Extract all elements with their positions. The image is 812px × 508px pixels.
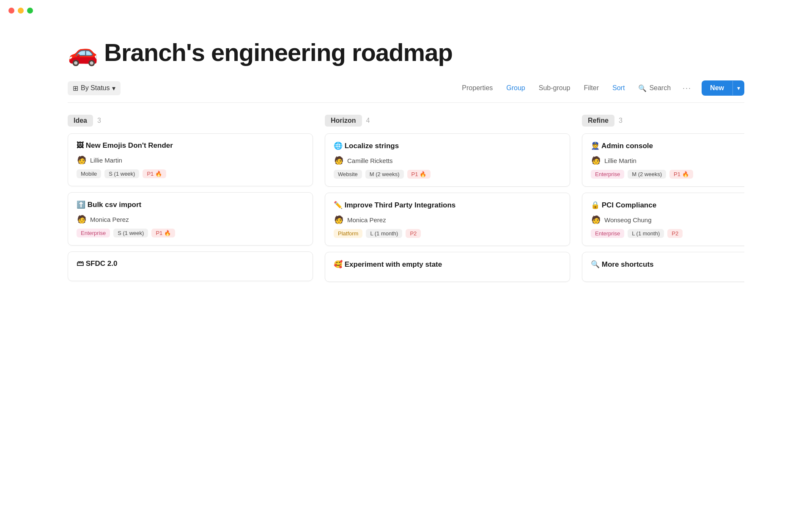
tag-p1[interactable]: P1 🔥 [143, 169, 166, 178]
group-by-button[interactable]: ⊞ By Status ▾ [68, 81, 121, 95]
card-person: 🧑Wonseog Chung [591, 215, 744, 225]
tag-p1[interactable]: P1 🔥 [669, 170, 693, 179]
minimize-button[interactable] [18, 8, 24, 14]
card-tags: EnterpriseM (2 weeks)P1 🔥 [591, 170, 744, 179]
card-title: ✏️ Improve Third Party Integrations [334, 201, 561, 210]
card-person: 🧑Monica Perez [334, 215, 561, 225]
person-name: Wonseog Chung [604, 216, 651, 224]
card-tags: WebsiteM (2 weeks)P1 🔥 [334, 170, 561, 179]
avatar: 🧑 [591, 155, 601, 166]
column-label-horizon[interactable]: Horizon [325, 115, 362, 127]
tag-p1[interactable]: P1 🔥 [151, 229, 175, 237]
list-item[interactable]: 🗃 SFDC 2.0 [68, 251, 313, 281]
list-item[interactable]: ✏️ Improve Third Party Integrations🧑Moni… [325, 193, 570, 246]
chevron-down-icon: ▾ [112, 84, 115, 92]
list-item[interactable]: 👮 Admin console🧑Lillie MartinEnterpriseM… [582, 133, 744, 187]
group-button[interactable]: Group [500, 81, 531, 95]
traffic-lights [0, 0, 812, 21]
board: Idea3🖼 New Emojis Don't Render🧑Lillie Ma… [68, 115, 744, 288]
properties-button[interactable]: Properties [456, 81, 499, 95]
subgroup-button[interactable]: Sub-group [533, 81, 576, 95]
page-content: 🚗 Branch's engineering roadmap ⊞ By Stat… [0, 38, 812, 288]
person-name: Lillie Martin [90, 157, 122, 164]
card-person: 🧑Camille Ricketts [334, 155, 561, 166]
tag-size[interactable]: M (2 weeks) [365, 170, 404, 179]
column-label-refine[interactable]: Refine [582, 115, 614, 127]
card-person: 🧑Lillie Martin [591, 155, 744, 166]
card-title: 👮 Admin console [591, 141, 744, 150]
list-item[interactable]: 🌐 Localize strings🧑Camille RickettsWebsi… [325, 133, 570, 187]
person-name: Monica Perez [347, 216, 386, 224]
card-tags: EnterpriseS (1 week)P1 🔥 [77, 229, 304, 237]
tag-size[interactable]: L (1 month) [628, 229, 664, 238]
grid-icon: ⊞ [73, 84, 78, 92]
card-title: 🗃 SFDC 2.0 [77, 260, 304, 268]
column-count-idea: 3 [97, 117, 101, 124]
tag-website[interactable]: Website [334, 170, 362, 179]
tag-size[interactable]: L (1 month) [366, 229, 402, 238]
avatar: 🧑 [334, 155, 344, 166]
toolbar: ⊞ By Status ▾ Properties Group Sub-group… [68, 80, 744, 103]
person-name: Camille Ricketts [347, 157, 393, 164]
search-button[interactable]: 🔍 Search [632, 81, 677, 95]
card-tags: PlatformL (1 month)P2 [334, 229, 561, 238]
column-count-horizon: 4 [366, 117, 370, 124]
list-item[interactable]: 🔒 PCI Compliance🧑Wonseog ChungEnterprise… [582, 193, 744, 246]
search-icon: 🔍 [638, 84, 647, 92]
avatar: 🧑 [591, 215, 601, 225]
tag-enterprise[interactable]: Enterprise [77, 229, 110, 237]
card-title: 🔒 PCI Compliance [591, 201, 744, 210]
tag-size[interactable]: M (2 weeks) [628, 170, 666, 179]
tag-p2[interactable]: P2 [667, 229, 683, 238]
tag-p1[interactable]: P1 🔥 [407, 170, 431, 179]
column-idea: Idea3🖼 New Emojis Don't Render🧑Lillie Ma… [68, 115, 313, 288]
card-title: 🖼 New Emojis Don't Render [77, 141, 304, 150]
avatar: 🧑 [77, 214, 87, 224]
page-title: 🚗 Branch's engineering roadmap [68, 38, 744, 67]
new-button-chevron[interactable]: ▾ [732, 81, 744, 95]
card-person: 🧑Monica Perez [77, 214, 304, 224]
new-button-label: New [702, 80, 732, 96]
card-title: ⬆️ Bulk csv import [77, 200, 304, 209]
list-item[interactable]: ⬆️ Bulk csv import🧑Monica PerezEnterpris… [68, 192, 313, 246]
person-name: Lillie Martin [604, 157, 636, 164]
new-button[interactable]: New ▾ [702, 80, 744, 96]
column-count-refine: 3 [619, 117, 623, 124]
card-title: 🌐 Localize strings [334, 141, 561, 150]
list-item[interactable]: 🥰 Experiment with empty state [325, 252, 570, 282]
column-header-horizon: Horizon4 [325, 115, 570, 127]
card-title: 🔍 More shortcuts [591, 260, 744, 269]
list-item[interactable]: 🔍 More shortcuts [582, 252, 744, 282]
tag-platform[interactable]: Platform [334, 229, 362, 238]
column-header-refine: Refine3 [582, 115, 744, 127]
person-name: Monica Perez [90, 216, 129, 223]
list-item[interactable]: 🖼 New Emojis Don't Render🧑Lillie MartinM… [68, 133, 313, 186]
avatar: 🧑 [77, 155, 87, 165]
filter-button[interactable]: Filter [578, 81, 605, 95]
avatar: 🧑 [334, 215, 344, 225]
card-tags: EnterpriseL (1 month)P2 [591, 229, 744, 238]
card-person: 🧑Lillie Martin [77, 155, 304, 165]
tag-p2[interactable]: P2 [406, 229, 421, 238]
search-label: Search [649, 84, 671, 92]
card-title: 🥰 Experiment with empty state [334, 260, 561, 269]
tag-enterprise[interactable]: Enterprise [591, 229, 624, 238]
sort-button[interactable]: Sort [606, 81, 631, 95]
column-label-idea[interactable]: Idea [68, 115, 93, 127]
group-by-label: By Status [81, 84, 110, 92]
fullscreen-button[interactable] [27, 8, 33, 14]
column-refine: Refine3👮 Admin console🧑Lillie MartinEnte… [582, 115, 744, 288]
column-horizon: Horizon4🌐 Localize strings🧑Camille Ricke… [325, 115, 570, 288]
tag-mobile[interactable]: Mobile [77, 169, 101, 178]
tag-size[interactable]: S (1 week) [104, 169, 139, 178]
tag-enterprise[interactable]: Enterprise [591, 170, 624, 179]
tag-size[interactable]: S (1 week) [113, 229, 148, 237]
card-tags: MobileS (1 week)P1 🔥 [77, 169, 304, 178]
column-header-idea: Idea3 [68, 115, 313, 127]
more-options-button[interactable]: ··· [678, 81, 696, 96]
close-button[interactable] [8, 8, 14, 14]
